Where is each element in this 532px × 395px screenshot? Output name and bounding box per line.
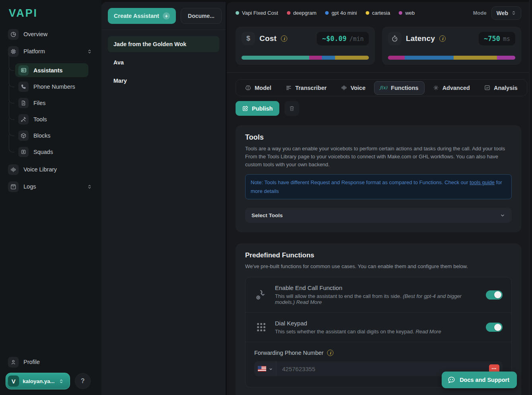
cost-title: Cost	[259, 34, 277, 43]
sidebar-item-squads[interactable]: Squads	[15, 145, 88, 159]
bar-segment	[242, 56, 309, 60]
transcript-icon	[286, 85, 292, 91]
legend-dot	[236, 11, 239, 15]
waveform-icon	[8, 164, 19, 175]
tab-model[interactable]: Model	[239, 81, 277, 95]
sidebar-item-label: Assistants	[33, 67, 62, 74]
sidebar-item-label: Files	[33, 100, 46, 106]
list-item-assistant[interactable]: Ava	[108, 54, 219, 70]
cube-icon	[18, 130, 29, 141]
documentation-button[interactable]: Docume...	[181, 8, 222, 24]
main-header: Vapi Fixed Cost deepgram gpt 4o mini car…	[236, 2, 521, 24]
legend-dot	[366, 11, 369, 15]
phone-icon	[18, 82, 29, 92]
docs-support-button[interactable]: Docs and Support	[442, 372, 517, 388]
latency-unit: ms	[503, 35, 510, 43]
tools-icon	[18, 114, 29, 125]
assistant-name: Jade from the Golden Wok	[113, 41, 186, 47]
sidebar-item-label: Logs	[23, 183, 36, 190]
dollar-icon: $	[242, 32, 255, 45]
documentation-label: Docume...	[188, 13, 214, 19]
function-row-content: Dial Keypad This sets whether the assist…	[275, 320, 441, 335]
latency-title: Latency	[406, 34, 435, 43]
sidebar-item-phone-numbers[interactable]: Phone Numbers	[15, 80, 88, 93]
metric-cards: $ Cost i ~$0.09 /min Latency i	[236, 27, 521, 65]
sidebar-item-assistants[interactable]: Assistants	[15, 63, 88, 77]
sidebar-item-label: Overview	[23, 31, 47, 37]
function-fx-icon: ƒ(x)	[380, 85, 388, 90]
sidebar-item-blocks[interactable]: Blocks	[15, 128, 88, 142]
trash-icon	[289, 105, 295, 111]
info-icon[interactable]: i	[281, 35, 287, 42]
us-flag-icon	[258, 366, 266, 372]
tab-label: Analysis	[494, 85, 518, 91]
tab-advanced[interactable]: Advanced	[427, 81, 476, 95]
end-call-toggle[interactable]	[486, 290, 503, 300]
sidebar-item-voice-library[interactable]: Voice Library	[6, 163, 96, 175]
sidebar-item-platform[interactable]: Platform	[6, 45, 96, 57]
sidebar-item-tools[interactable]: Tools	[15, 112, 88, 126]
legend-item: deepgram	[287, 10, 317, 16]
delete-assistant-button[interactable]	[285, 101, 299, 116]
list-item-assistant[interactable]: Jade from the Golden Wok	[108, 36, 219, 52]
chevron-down-icon	[500, 212, 505, 218]
assistant-name: Mary	[113, 78, 127, 84]
dial-keypad-toggle[interactable]	[486, 323, 503, 332]
avatar: V	[8, 376, 19, 387]
sidebar-item-files[interactable]: Files	[15, 96, 88, 110]
create-assistant-button[interactable]: Create Assistant +	[108, 8, 176, 24]
function-title: Enable End Call Function	[275, 284, 479, 291]
tab-label: Advanced	[442, 85, 470, 91]
sidebar-item-label: Squads	[33, 149, 53, 155]
tab-analysis[interactable]: Analysis	[478, 81, 524, 95]
tools-guide-link[interactable]: tools guide	[470, 179, 495, 185]
scrollbar-track[interactable]	[529, 0, 532, 395]
legend-dot	[287, 11, 290, 15]
cost-unit: /min	[349, 35, 364, 43]
user-account-button[interactable]: V kaloyan.ya...	[6, 373, 70, 389]
tab-functions[interactable]: ƒ(x) Functions	[374, 81, 425, 95]
voice-wave-icon	[341, 85, 347, 91]
country-select[interactable]	[254, 361, 277, 376]
bar-segment	[309, 56, 322, 60]
mode-select[interactable]: Web	[491, 6, 521, 20]
question-mark-icon: ?	[81, 377, 85, 385]
plus-circle-icon: +	[163, 12, 170, 19]
cost-breakdown-bar	[242, 56, 369, 60]
info-icon[interactable]: i	[439, 35, 446, 42]
gear-icon	[433, 85, 439, 91]
read-more-link[interactable]: Read More	[296, 299, 322, 305]
chevrons-up-down-icon	[87, 49, 92, 54]
logs-icon	[8, 181, 19, 192]
sidebar-spacer	[6, 198, 96, 356]
latency-value-badge: ~750 ms	[479, 32, 515, 45]
desc-text: This will allow the assistant to end the…	[275, 293, 403, 299]
help-button[interactable]: ?	[75, 373, 91, 389]
toggle-knob	[494, 291, 501, 298]
sidebar-item-overview[interactable]: Overview	[6, 28, 96, 40]
tab-transcriber[interactable]: Transcriber	[280, 81, 333, 95]
cost-legend: Vapi Fixed Cost deepgram gpt 4o mini car…	[236, 10, 415, 16]
tools-description: Tools are a way you can enable your voic…	[245, 145, 512, 169]
function-title: Dial Keypad	[275, 320, 441, 327]
latency-breakdown-bar	[388, 56, 515, 60]
tab-voice[interactable]: Voice	[335, 81, 372, 95]
predefined-title: Predefined Functions	[245, 251, 512, 259]
sidebar-item-profile[interactable]: Profile	[6, 356, 96, 368]
function-description: This sets whether the assistant can dial…	[275, 329, 441, 335]
info-icon[interactable]: i	[327, 350, 333, 356]
chevrons-up-down-icon	[511, 10, 516, 16]
toggle-knob	[494, 324, 501, 331]
vapi-logo: VAPI	[9, 7, 96, 19]
pie-chart-icon	[8, 29, 19, 40]
select-tools-dropdown[interactable]: Select Tools	[245, 208, 512, 223]
read-more-link[interactable]: Read More	[415, 329, 441, 335]
assistant-tab-bar: Model Transcriber Voice ƒ(x) Functions	[236, 79, 527, 96]
list-item-assistant[interactable]: Mary	[108, 73, 219, 89]
publish-button[interactable]: Publish	[236, 101, 279, 116]
legend-item: gpt 4o mini	[325, 10, 357, 16]
sidebar-item-logs[interactable]: Logs	[6, 181, 96, 193]
mode-group: Mode Web	[473, 6, 521, 20]
dial-keypad-row: Dial Keypad This sets whether the assist…	[246, 313, 511, 342]
sidebar: VAPI Overview Platform Assistants	[0, 0, 101, 395]
